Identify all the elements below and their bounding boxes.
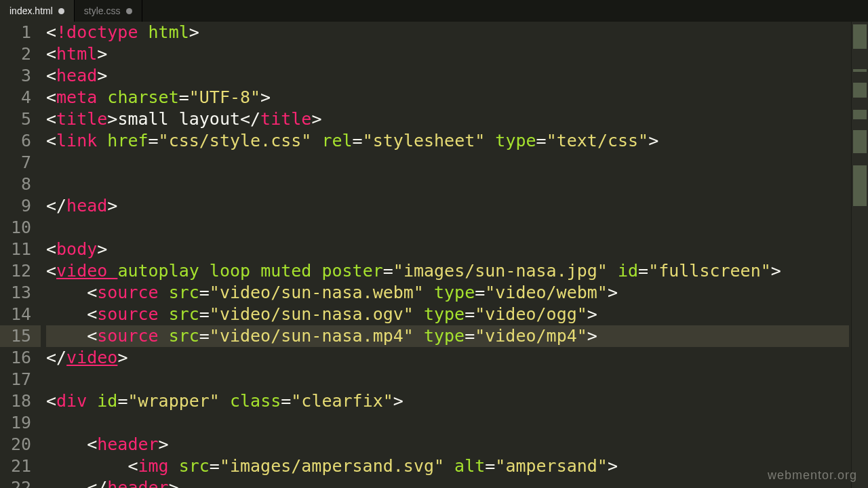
line-number: 22	[0, 477, 41, 488]
code-line[interactable]	[46, 174, 849, 195]
code-line[interactable]: <header>	[46, 434, 849, 455]
code-line[interactable]: <source src="video/sun-nasa.ogv" type="v…	[46, 304, 849, 325]
code-line[interactable]: <title>small layout</title>	[46, 108, 849, 130]
code-content[interactable]: <!doctype html><html><head><meta charset…	[41, 22, 849, 488]
line-number: 1	[0, 22, 41, 43]
code-line[interactable]: <!doctype html>	[46, 22, 849, 43]
line-number: 4	[0, 87, 41, 108]
line-number: 12	[0, 260, 41, 282]
line-number: 6	[0, 130, 41, 152]
line-number: 21	[0, 455, 41, 477]
tab-index-html[interactable]: index.html	[0, 0, 75, 22]
code-line[interactable]: <html>	[46, 43, 849, 65]
tab-modified-icon	[126, 8, 132, 14]
tab-modified-icon	[58, 8, 64, 14]
tab-bar: index.htmlstyle.css	[0, 0, 868, 22]
minimap-block	[853, 69, 867, 72]
code-line[interactable]: </video>	[46, 347, 849, 369]
line-gutter: 12345678910111213141516171819202122	[0, 22, 41, 488]
code-line[interactable]: <source src="video/sun-nasa.webm" type="…	[46, 282, 849, 304]
line-number: 10	[0, 217, 41, 239]
line-number: 16	[0, 347, 41, 369]
code-line[interactable]: <div id="wrapper" class="clearfix">	[46, 390, 849, 412]
code-line[interactable]: </header>	[46, 477, 849, 488]
line-number: 11	[0, 239, 41, 260]
minimap-block	[853, 130, 867, 153]
tab-label: index.html	[9, 5, 53, 16]
code-line[interactable]: <body>	[46, 239, 849, 260]
code-line[interactable]	[46, 217, 849, 239]
code-line[interactable]	[46, 152, 849, 174]
line-number: 20	[0, 434, 41, 455]
line-number: 2	[0, 43, 41, 65]
line-number: 8	[0, 174, 41, 195]
line-number: 9	[0, 195, 41, 217]
minimap-block	[853, 110, 867, 119]
tab-label: style.css	[84, 5, 121, 16]
minimap-block	[853, 24, 867, 49]
code-line[interactable]: <source src="video/sun-nasa.mp4" type="v…	[46, 325, 849, 347]
line-number: 18	[0, 390, 41, 412]
code-line[interactable]	[46, 369, 849, 390]
code-line[interactable]: <link href="css/style.css" rel="styleshe…	[46, 130, 849, 152]
minimap[interactable]	[851, 22, 868, 488]
line-number: 17	[0, 369, 41, 390]
line-number: 15	[0, 325, 41, 347]
watermark: webmentor.org	[768, 468, 857, 483]
code-line[interactable]: <head>	[46, 65, 849, 87]
editor-area[interactable]: 12345678910111213141516171819202122 <!do…	[0, 22, 849, 488]
code-line[interactable]: <img src="images/ampersand.svg" alt="amp…	[46, 455, 849, 477]
line-number: 19	[0, 412, 41, 434]
minimap-block	[853, 83, 867, 98]
line-number: 14	[0, 304, 41, 325]
code-line[interactable]: <meta charset="UTF-8">	[46, 87, 849, 108]
code-line[interactable]	[46, 412, 849, 434]
line-number: 13	[0, 282, 41, 304]
tab-style-css[interactable]: style.css	[75, 0, 142, 22]
code-line[interactable]: </head>	[46, 195, 849, 217]
line-number: 3	[0, 65, 41, 87]
line-number: 5	[0, 108, 41, 130]
minimap-block	[853, 165, 867, 206]
line-number: 7	[0, 152, 41, 174]
code-line[interactable]: <video autoplay loop muted poster="image…	[46, 260, 849, 282]
